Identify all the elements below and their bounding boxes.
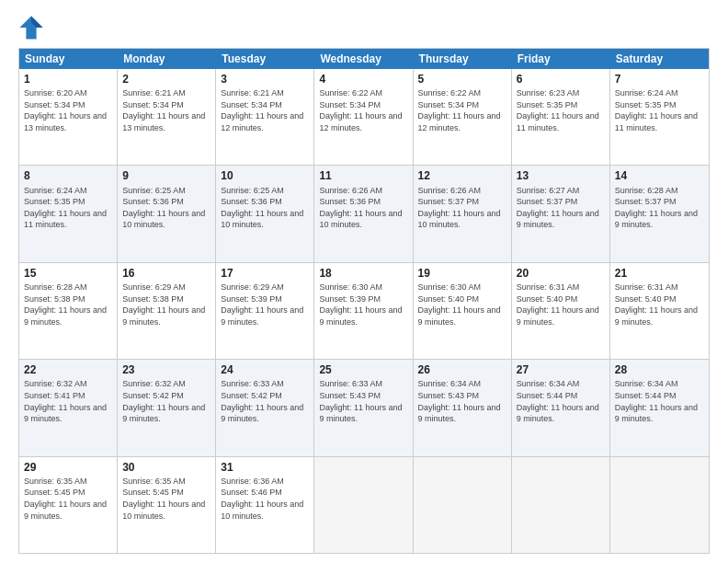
day-number: 19: [418, 266, 506, 281]
day-info: Sunrise: 6:31 AMSunset: 5:40 PMDaylight:…: [517, 282, 605, 327]
day-info: Sunrise: 6:34 AMSunset: 5:44 PMDaylight:…: [517, 378, 605, 424]
day-cell-4: 4Sunrise: 6:22 AMSunset: 5:34 PMDaylight…: [314, 69, 413, 165]
calendar-row-1: 1Sunrise: 6:20 AMSunset: 5:34 PMDaylight…: [19, 69, 709, 166]
day-number: 7: [615, 72, 704, 86]
header-day-saturday: Saturday: [610, 49, 709, 69]
day-info: Sunrise: 6:35 AMSunset: 5:45 PMDaylight:…: [24, 476, 112, 522]
day-cell-20: 20Sunrise: 6:31 AMSunset: 5:40 PMDayligh…: [512, 263, 610, 359]
day-number: 31: [221, 460, 309, 475]
day-info: Sunrise: 6:34 AMSunset: 5:43 PMDaylight:…: [418, 378, 506, 424]
day-number: 24: [221, 362, 309, 377]
day-info: Sunrise: 6:25 AMSunset: 5:36 PMDaylight:…: [122, 185, 210, 231]
day-info: Sunrise: 6:22 AMSunset: 5:34 PMDaylight:…: [319, 87, 407, 133]
day-cell-29: 29Sunrise: 6:35 AMSunset: 5:45 PMDayligh…: [19, 457, 118, 553]
day-number: 13: [517, 168, 605, 183]
day-cell-25: 25Sunrise: 6:33 AMSunset: 5:43 PMDayligh…: [314, 360, 413, 455]
calendar-row-2: 8Sunrise: 6:24 AMSunset: 5:35 PMDaylight…: [19, 166, 709, 262]
day-number: 14: [615, 168, 704, 183]
day-number: 28: [615, 362, 704, 377]
page: SundayMondayTuesdayWednesdayThursdayFrid…: [0, 0, 728, 563]
day-number: 10: [221, 168, 309, 183]
day-info: Sunrise: 6:28 AMSunset: 5:38 PMDaylight:…: [24, 282, 112, 327]
logo-icon: [18, 15, 44, 40]
day-cell-1: 1Sunrise: 6:20 AMSunset: 5:34 PMDaylight…: [19, 69, 118, 165]
header-day-tuesday: Tuesday: [216, 49, 314, 69]
day-cell-27: 27Sunrise: 6:34 AMSunset: 5:44 PMDayligh…: [512, 360, 610, 455]
day-info: Sunrise: 6:25 AMSunset: 5:36 PMDaylight:…: [221, 185, 309, 231]
day-cell-5: 5Sunrise: 6:22 AMSunset: 5:34 PMDaylight…: [414, 69, 512, 165]
day-cell-23: 23Sunrise: 6:32 AMSunset: 5:42 PMDayligh…: [118, 360, 216, 455]
day-number: 21: [615, 266, 704, 281]
day-number: 16: [122, 266, 210, 281]
calendar-outer: SundayMondayTuesdayWednesdayThursdayFrid…: [18, 48, 710, 554]
calendar-header: SundayMondayTuesdayWednesdayThursdayFrid…: [19, 49, 709, 69]
day-cell-22: 22Sunrise: 6:32 AMSunset: 5:41 PMDayligh…: [19, 360, 118, 455]
day-info: Sunrise: 6:32 AMSunset: 5:41 PMDaylight:…: [24, 378, 112, 424]
day-number: 15: [24, 266, 112, 281]
day-cell-13: 13Sunrise: 6:27 AMSunset: 5:37 PMDayligh…: [512, 166, 610, 261]
day-number: 4: [319, 72, 407, 86]
day-info: Sunrise: 6:20 AMSunset: 5:34 PMDaylight:…: [24, 87, 112, 133]
day-info: Sunrise: 6:23 AMSunset: 5:35 PMDaylight:…: [517, 87, 605, 133]
empty-cell: [512, 457, 610, 553]
day-info: Sunrise: 6:22 AMSunset: 5:34 PMDaylight:…: [418, 87, 506, 133]
day-number: 20: [517, 266, 605, 281]
day-cell-9: 9Sunrise: 6:25 AMSunset: 5:36 PMDaylight…: [118, 166, 216, 261]
day-cell-21: 21Sunrise: 6:31 AMSunset: 5:40 PMDayligh…: [610, 263, 709, 359]
day-info: Sunrise: 6:34 AMSunset: 5:44 PMDaylight:…: [615, 378, 704, 424]
day-number: 30: [122, 460, 210, 475]
day-number: 8: [24, 168, 112, 183]
day-number: 17: [221, 266, 309, 281]
empty-cell: [414, 457, 512, 553]
day-cell-6: 6Sunrise: 6:23 AMSunset: 5:35 PMDaylight…: [512, 69, 610, 165]
day-number: 6: [517, 72, 605, 86]
day-cell-17: 17Sunrise: 6:29 AMSunset: 5:39 PMDayligh…: [216, 263, 314, 359]
day-cell-16: 16Sunrise: 6:29 AMSunset: 5:38 PMDayligh…: [118, 263, 216, 359]
day-cell-30: 30Sunrise: 6:35 AMSunset: 5:45 PMDayligh…: [118, 457, 216, 553]
day-info: Sunrise: 6:21 AMSunset: 5:34 PMDaylight:…: [221, 87, 309, 133]
calendar-row-4: 22Sunrise: 6:32 AMSunset: 5:41 PMDayligh…: [19, 360, 709, 456]
day-cell-10: 10Sunrise: 6:25 AMSunset: 5:36 PMDayligh…: [216, 166, 314, 261]
day-cell-11: 11Sunrise: 6:26 AMSunset: 5:36 PMDayligh…: [314, 166, 413, 261]
day-info: Sunrise: 6:26 AMSunset: 5:37 PMDaylight:…: [418, 185, 506, 231]
day-info: Sunrise: 6:26 AMSunset: 5:36 PMDaylight:…: [319, 185, 407, 231]
day-cell-24: 24Sunrise: 6:33 AMSunset: 5:42 PMDayligh…: [216, 360, 314, 455]
day-number: 3: [221, 72, 309, 86]
day-number: 23: [122, 362, 210, 377]
day-info: Sunrise: 6:32 AMSunset: 5:42 PMDaylight:…: [122, 378, 210, 424]
day-cell-31: 31Sunrise: 6:36 AMSunset: 5:46 PMDayligh…: [216, 457, 314, 553]
day-info: Sunrise: 6:28 AMSunset: 5:37 PMDaylight:…: [615, 185, 704, 231]
header-day-wednesday: Wednesday: [314, 49, 413, 69]
day-number: 26: [418, 362, 506, 377]
header-day-friday: Friday: [512, 49, 610, 69]
day-info: Sunrise: 6:27 AMSunset: 5:37 PMDaylight:…: [517, 185, 605, 231]
day-info: Sunrise: 6:24 AMSunset: 5:35 PMDaylight:…: [24, 185, 112, 231]
day-info: Sunrise: 6:29 AMSunset: 5:38 PMDaylight:…: [122, 282, 210, 327]
day-number: 1: [24, 72, 112, 86]
calendar-row-5: 29Sunrise: 6:35 AMSunset: 5:45 PMDayligh…: [19, 457, 709, 553]
day-number: 22: [24, 362, 112, 377]
day-info: Sunrise: 6:36 AMSunset: 5:46 PMDaylight:…: [221, 476, 309, 522]
day-info: Sunrise: 6:21 AMSunset: 5:34 PMDaylight:…: [122, 87, 210, 133]
header-day-monday: Monday: [118, 49, 216, 69]
day-info: Sunrise: 6:30 AMSunset: 5:39 PMDaylight:…: [319, 282, 407, 327]
day-cell-26: 26Sunrise: 6:34 AMSunset: 5:43 PMDayligh…: [414, 360, 512, 455]
day-cell-14: 14Sunrise: 6:28 AMSunset: 5:37 PMDayligh…: [610, 166, 709, 261]
day-cell-2: 2Sunrise: 6:21 AMSunset: 5:34 PMDaylight…: [118, 69, 216, 165]
day-cell-3: 3Sunrise: 6:21 AMSunset: 5:34 PMDaylight…: [216, 69, 314, 165]
day-number: 9: [122, 168, 210, 183]
day-info: Sunrise: 6:33 AMSunset: 5:42 PMDaylight:…: [221, 378, 309, 424]
day-number: 29: [24, 460, 112, 475]
empty-cell: [314, 457, 413, 553]
day-number: 18: [319, 266, 407, 281]
day-cell-12: 12Sunrise: 6:26 AMSunset: 5:37 PMDayligh…: [414, 166, 512, 261]
day-cell-18: 18Sunrise: 6:30 AMSunset: 5:39 PMDayligh…: [314, 263, 413, 359]
day-number: 12: [418, 168, 506, 183]
calendar: SundayMondayTuesdayWednesdayThursdayFrid…: [18, 48, 710, 554]
day-info: Sunrise: 6:31 AMSunset: 5:40 PMDaylight:…: [615, 282, 704, 327]
day-number: 2: [122, 72, 210, 86]
day-cell-15: 15Sunrise: 6:28 AMSunset: 5:38 PMDayligh…: [19, 263, 118, 359]
calendar-body: 1Sunrise: 6:20 AMSunset: 5:34 PMDaylight…: [19, 69, 709, 553]
day-cell-28: 28Sunrise: 6:34 AMSunset: 5:44 PMDayligh…: [610, 360, 709, 455]
logo: [18, 15, 48, 40]
